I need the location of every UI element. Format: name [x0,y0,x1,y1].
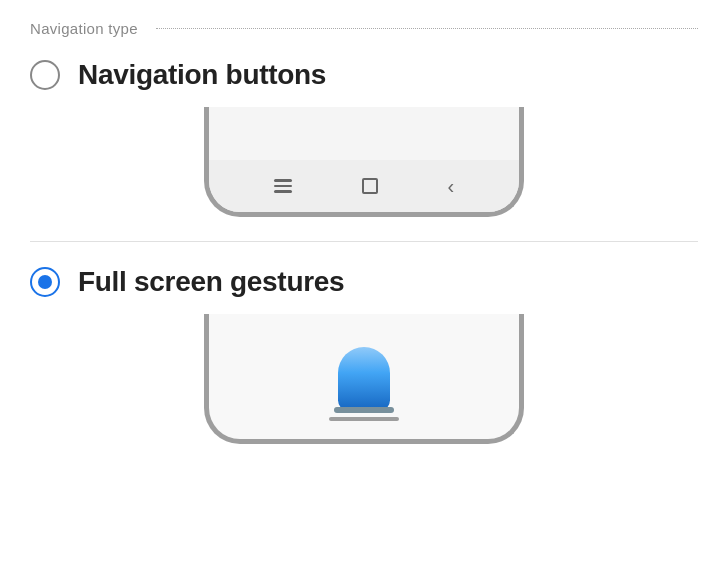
recent-apps-icon [274,179,292,193]
home-icon [362,178,378,194]
divider [30,241,698,242]
gesture-line-indicator [329,417,399,421]
back-icon: ‹ [447,176,454,196]
nav-bar: ‹ [209,160,519,212]
option-navigation-buttons-label: Navigation buttons [78,59,326,91]
three-lines-icon [274,179,292,193]
section-title-dots [156,28,698,29]
nav-buttons-phone-bottom: ‹ [204,107,524,217]
option-full-screen-gestures-label: Full screen gestures [78,266,344,298]
gesture-arch-icon [338,347,390,411]
gesture-phone-bottom [204,314,524,444]
section-title-text: Navigation type [30,20,138,37]
home-square-icon [362,178,378,194]
radio-full-screen-gestures[interactable] [30,267,60,297]
line-2 [274,185,292,188]
line-3 [274,190,292,193]
line-1 [274,179,292,182]
radio-inner-dot [38,275,52,289]
nav-buttons-mockup: ‹ [30,107,698,217]
option-navigation-buttons-row[interactable]: Navigation buttons [30,55,698,95]
gesture-pill-wrapper [329,347,399,421]
gesture-illustration [329,314,399,439]
settings-page: Navigation type Navigation buttons [0,0,728,498]
section-title-row: Navigation type [30,20,698,37]
radio-navigation-buttons[interactable] [30,60,60,90]
gesture-mockup [30,314,698,444]
option-full-screen-gestures-row[interactable]: Full screen gestures [30,262,698,302]
